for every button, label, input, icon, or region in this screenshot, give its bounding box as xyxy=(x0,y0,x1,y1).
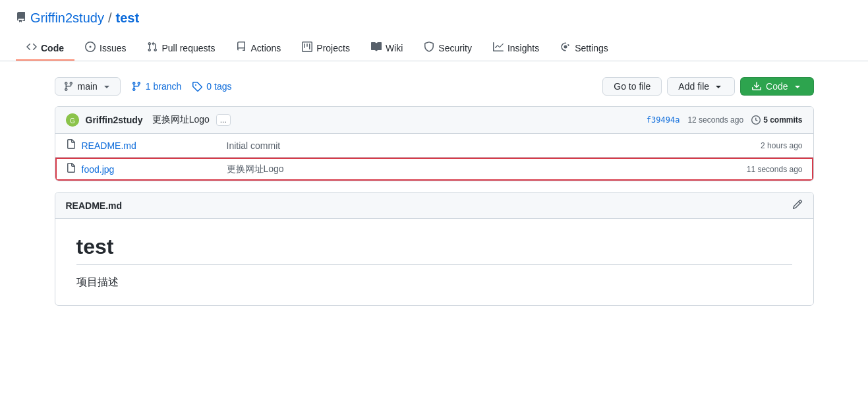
file-icon-food xyxy=(66,163,76,175)
commit-hash[interactable]: f39494a xyxy=(647,115,680,125)
add-file-button[interactable]: Add file xyxy=(667,77,735,96)
tag-count-link[interactable]: 0 tags xyxy=(192,81,231,92)
repo-toolbar: main 1 branch 0 tags Go to file Add file xyxy=(55,77,814,96)
tab-wiki-label: Wiki xyxy=(386,43,403,53)
tab-actions-label: Actions xyxy=(250,43,281,53)
file-row-readme: README.md Initial commit 2 hours ago xyxy=(55,134,813,158)
file-icon-readme xyxy=(66,139,76,152)
file-commit-msg-food: 更换网址Logo xyxy=(227,163,747,175)
repo-icon xyxy=(16,11,26,26)
tab-pull-requests[interactable]: Pull requests xyxy=(136,36,225,61)
clock-icon xyxy=(751,115,761,125)
file-time-food: 11 seconds ago xyxy=(747,165,803,174)
toolbar-right: Go to file Add file Code xyxy=(602,77,813,96)
add-file-dropdown-icon xyxy=(713,81,724,92)
settings-icon xyxy=(560,42,571,54)
pull-request-icon xyxy=(147,42,158,54)
code-icon xyxy=(26,42,37,54)
file-commit-msg-readme: Initial commit xyxy=(227,140,761,151)
insights-icon xyxy=(493,42,504,54)
commit-ellipsis-button[interactable]: ... xyxy=(216,114,231,126)
readme-heading: test xyxy=(76,235,792,265)
author-avatar: G xyxy=(66,113,79,127)
tab-settings-label: Settings xyxy=(575,43,608,53)
tab-code[interactable]: Code xyxy=(16,36,74,61)
branch-count-label: 1 branch xyxy=(146,81,181,92)
tab-insights[interactable]: Insights xyxy=(482,36,550,61)
commit-message: 更换网址Logo xyxy=(152,114,210,126)
tab-wiki[interactable]: Wiki xyxy=(361,36,413,61)
file-name-readme[interactable]: README.md xyxy=(82,140,227,151)
branch-dropdown-icon xyxy=(101,81,112,92)
readme-header: README.md xyxy=(55,192,813,219)
branch-selector[interactable]: main xyxy=(55,77,121,96)
commits-count-label: 5 commits xyxy=(763,115,802,125)
nav-tabs: Code Issues Pull requests Actions xyxy=(16,36,852,61)
tab-security-label: Security xyxy=(438,43,472,53)
tab-actions[interactable]: Actions xyxy=(225,36,291,61)
tab-code-label: Code xyxy=(41,43,64,53)
repo-name[interactable]: test xyxy=(115,11,139,26)
commits-link[interactable]: 5 commits xyxy=(751,115,802,125)
tab-projects-label: Projects xyxy=(316,43,350,53)
toolbar-left: main 1 branch 0 tags xyxy=(55,77,232,96)
tag-icon xyxy=(192,81,202,92)
tab-issues-label: Issues xyxy=(100,43,126,53)
readme-description: 项目描述 xyxy=(76,276,792,289)
wiki-icon xyxy=(371,42,382,54)
tab-projects[interactable]: Projects xyxy=(291,36,361,61)
security-icon xyxy=(424,42,434,54)
issues-icon xyxy=(85,42,96,54)
actions-icon xyxy=(236,42,246,54)
file-row-food: food.jpg 更换网址Logo 11 seconds ago xyxy=(55,158,813,181)
tab-security[interactable]: Security xyxy=(413,36,482,61)
readme-edit-icon[interactable] xyxy=(792,199,803,212)
file-table: G Griffin2study 更换网址Logo ... f39494a 12 … xyxy=(55,106,814,181)
commit-bar: G Griffin2study 更换网址Logo ... f39494a 12 … xyxy=(55,107,813,134)
repo-owner[interactable]: Griffin2study xyxy=(30,11,104,26)
readme-body: test 项目描述 xyxy=(55,219,813,305)
code-button[interactable]: Code xyxy=(740,77,813,96)
commit-bar-left: G Griffin2study 更换网址Logo ... xyxy=(66,113,231,127)
branch-count-icon xyxy=(131,81,142,92)
commit-bar-right: f39494a 12 seconds ago 5 commits xyxy=(647,115,803,125)
repo-separator: / xyxy=(108,11,112,26)
readme-title: README.md xyxy=(66,200,123,211)
file-time-readme: 2 hours ago xyxy=(761,141,802,150)
branch-count-link[interactable]: 1 branch xyxy=(131,81,181,92)
tab-issues[interactable]: Issues xyxy=(74,36,136,61)
code-dropdown-icon xyxy=(792,81,803,92)
code-button-label: Code xyxy=(766,81,788,92)
add-file-label: Add file xyxy=(678,81,709,92)
tab-insights-label: Insights xyxy=(507,43,539,53)
go-to-file-button[interactable]: Go to file xyxy=(602,77,662,96)
commit-author[interactable]: Griffin2study xyxy=(86,115,143,125)
tag-count-label: 0 tags xyxy=(206,81,231,92)
projects-icon xyxy=(302,42,312,54)
tab-settings[interactable]: Settings xyxy=(550,36,619,61)
go-to-file-label: Go to file xyxy=(614,81,651,92)
commit-time: 12 seconds ago xyxy=(687,115,743,125)
tab-pull-requests-label: Pull requests xyxy=(161,43,215,53)
branch-selector-icon xyxy=(63,81,74,92)
svg-text:G: G xyxy=(70,117,75,125)
branch-name: main xyxy=(78,81,98,92)
download-icon xyxy=(751,81,762,92)
file-name-food[interactable]: food.jpg xyxy=(82,164,227,175)
readme-section: README.md test 项目描述 xyxy=(55,192,814,306)
